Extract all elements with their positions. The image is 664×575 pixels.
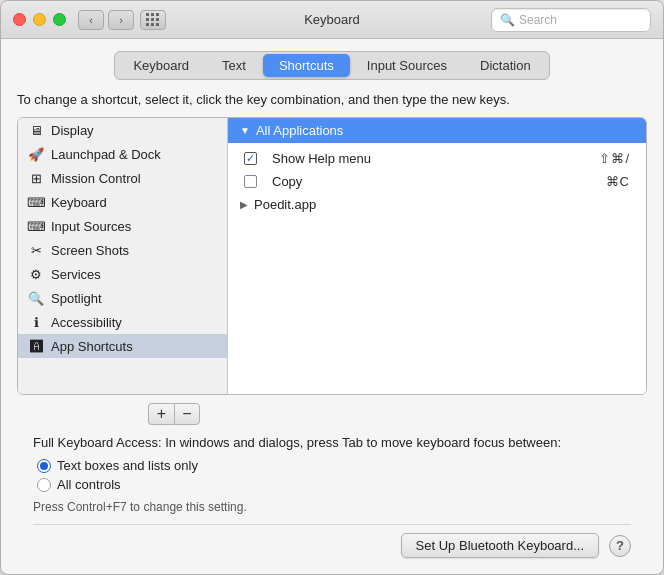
close-button[interactable]	[13, 13, 26, 26]
tab-input-sources[interactable]: Input Sources	[351, 54, 463, 77]
input-sources-icon: ⌨	[28, 218, 44, 234]
sidebar-item-label: Input Sources	[51, 219, 131, 234]
sidebar-item-label: Screen Shots	[51, 243, 129, 258]
sidebar-item-spotlight[interactable]: 🔍 Spotlight	[18, 286, 227, 310]
remove-shortcut-button[interactable]: −	[174, 403, 200, 425]
sidebar-item-label: Keyboard	[51, 195, 107, 210]
tab-bar: Keyboard Text Shortcuts Input Sources Di…	[114, 51, 549, 80]
poedit-expand-icon: ▶	[240, 199, 248, 210]
window-title: Keyboard	[304, 12, 360, 27]
collapse-triangle-icon: ▼	[240, 125, 250, 136]
sidebar-item-label: App Shortcuts	[51, 339, 133, 354]
content-area: Keyboard Text Shortcuts Input Sources Di…	[1, 39, 663, 574]
bottom-controls: + − Full Keyboard Access: In windows and…	[17, 395, 647, 562]
shortcut-key-show-help: ⇧⌘/	[599, 151, 630, 166]
control-f7-hint: Press Control+F7 to change this setting.	[33, 500, 631, 514]
shortcut-checkbox-show-help[interactable]: ✓	[244, 152, 257, 165]
poedit-app-row[interactable]: ▶ Poedit.app	[228, 193, 646, 216]
forward-button[interactable]: ›	[108, 10, 134, 30]
tab-bar-container: Keyboard Text Shortcuts Input Sources Di…	[17, 51, 647, 80]
sidebar-item-app-shortcuts[interactable]: 🅰 App Shortcuts	[18, 334, 227, 358]
sidebar-item-label: Accessibility	[51, 315, 122, 330]
shortcut-label-copy: Copy	[272, 174, 302, 189]
radio-all-controls-label: All controls	[57, 477, 121, 492]
right-panel: ▼ All Applications ✓ Show Help menu ⇧⌘/	[228, 118, 646, 394]
tab-shortcuts[interactable]: Shortcuts	[263, 54, 350, 77]
search-icon: 🔍	[500, 13, 515, 27]
screen-shots-icon: ✂	[28, 242, 44, 258]
tab-text[interactable]: Text	[206, 54, 262, 77]
keyboard-preferences-window: ‹ › Keyboard 🔍 Search Keyboard Text Shor…	[0, 0, 664, 575]
shortcut-row-copy[interactable]: Copy ⌘C	[228, 170, 646, 193]
bottom-action-bar: Set Up Bluetooth Keyboard... ?	[33, 524, 631, 562]
nav-buttons: ‹ ›	[78, 10, 134, 30]
app-shortcuts-icon: 🅰	[28, 338, 44, 354]
poedit-label: Poedit.app	[254, 197, 316, 212]
shortcut-key-copy: ⌘C	[606, 174, 630, 189]
bluetooth-keyboard-button[interactable]: Set Up Bluetooth Keyboard...	[401, 533, 599, 558]
all-applications-label: All Applications	[256, 123, 343, 138]
instruction-text: To change a shortcut, select it, click t…	[17, 92, 647, 107]
sidebar-item-display[interactable]: 🖥 Display	[18, 118, 227, 142]
tab-dictation[interactable]: Dictation	[464, 54, 547, 77]
sidebar-item-screen-shots[interactable]: ✂ Screen Shots	[18, 238, 227, 262]
sidebar-item-input-sources[interactable]: ⌨ Input Sources	[18, 214, 227, 238]
shortcut-row-inner: Copy	[264, 174, 302, 189]
radio-all-controls-icon[interactable]	[37, 478, 51, 492]
sidebar: 🖥 Display 🚀 Launchpad & Dock ⊞ Mission C…	[18, 118, 228, 394]
sidebar-item-label: Launchpad & Dock	[51, 147, 161, 162]
radio-all-controls[interactable]: All controls	[37, 477, 631, 492]
sidebar-item-label: Display	[51, 123, 94, 138]
sidebar-item-keyboard[interactable]: ⌨ Keyboard	[18, 190, 227, 214]
grid-icon	[146, 13, 160, 27]
keyboard-icon: ⌨	[28, 194, 44, 210]
search-placeholder: Search	[519, 13, 557, 27]
add-remove-bar: + −	[148, 403, 631, 425]
sidebar-item-accessibility[interactable]: ℹ Accessibility	[18, 310, 227, 334]
radio-text-boxes-label: Text boxes and lists only	[57, 458, 198, 473]
maximize-button[interactable]	[53, 13, 66, 26]
all-applications-header[interactable]: ▼ All Applications	[228, 118, 646, 143]
back-button[interactable]: ‹	[78, 10, 104, 30]
shortcuts-list: ✓ Show Help menu ⇧⌘/ Copy ⌘C	[228, 143, 646, 394]
main-panel: 🖥 Display 🚀 Launchpad & Dock ⊞ Mission C…	[17, 117, 647, 395]
display-icon: 🖥	[28, 122, 44, 138]
traffic-lights	[13, 13, 66, 26]
help-button[interactable]: ?	[609, 535, 631, 557]
spotlight-icon: 🔍	[28, 290, 44, 306]
sidebar-item-services[interactable]: ⚙ Services	[18, 262, 227, 286]
full-keyboard-access-text: Full Keyboard Access: In windows and dia…	[33, 435, 631, 450]
sidebar-item-label: Mission Control	[51, 171, 141, 186]
radio-inner-dot	[40, 462, 48, 470]
radio-text-boxes-only[interactable]: Text boxes and lists only	[37, 458, 631, 473]
add-shortcut-button[interactable]: +	[148, 403, 174, 425]
accessibility-icon: ℹ	[28, 314, 44, 330]
shortcut-row-show-help[interactable]: ✓ Show Help menu ⇧⌘/	[228, 147, 646, 170]
search-box[interactable]: 🔍 Search	[491, 8, 651, 32]
shortcut-label-show-help: Show Help menu	[272, 151, 371, 166]
sidebar-item-launchpad[interactable]: 🚀 Launchpad & Dock	[18, 142, 227, 166]
mission-control-icon: ⊞	[28, 170, 44, 186]
shortcut-row-inner: ✓ Show Help menu	[264, 151, 371, 166]
sidebar-item-mission-control[interactable]: ⊞ Mission Control	[18, 166, 227, 190]
sidebar-item-label: Services	[51, 267, 101, 282]
grid-button[interactable]	[140, 10, 166, 30]
titlebar: ‹ › Keyboard 🔍 Search	[1, 1, 663, 39]
sidebar-item-label: Spotlight	[51, 291, 102, 306]
tab-keyboard[interactable]: Keyboard	[117, 54, 205, 77]
services-icon: ⚙	[28, 266, 44, 282]
radio-text-boxes-icon[interactable]	[37, 459, 51, 473]
minimize-button[interactable]	[33, 13, 46, 26]
shortcut-checkbox-copy[interactable]	[244, 175, 257, 188]
launchpad-icon: 🚀	[28, 146, 44, 162]
radio-group: Text boxes and lists only All controls	[37, 458, 631, 492]
